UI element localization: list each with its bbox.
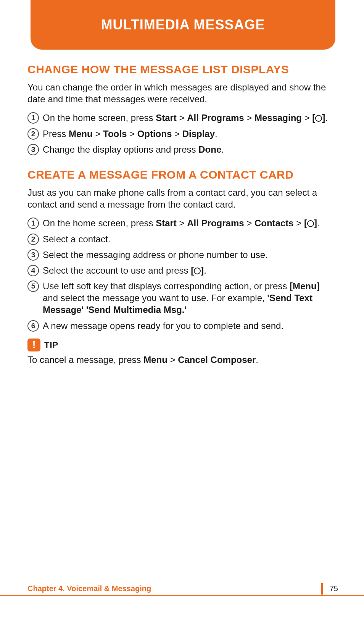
page-title: MULTIMEDIA MESSAGE (101, 17, 265, 33)
step-item: 5 Use left soft key that displays corres… (27, 280, 335, 316)
step-item: 3 Change the display options and press D… (27, 143, 335, 155)
ok-key-icon (315, 115, 322, 122)
step-item: 3 Select the messaging address or phone … (27, 249, 335, 261)
step-text: Select a contact. (43, 233, 335, 245)
step-text: Change the display options and press Don… (43, 143, 335, 155)
page-number: 75 (330, 584, 338, 593)
step-number-badge: 1 (27, 112, 39, 124)
chapter-label: Chapter 4. Voicemail & Messaging (27, 584, 151, 593)
step-text: Select the messaging address or phone nu… (43, 249, 335, 261)
tip-label: TIP (44, 340, 58, 350)
step-text: On the home screen, press Start > All Pr… (43, 217, 335, 229)
section-intro-2: Just as you can make phone calls from a … (27, 187, 335, 210)
step-text: Select the account to use and press []. (43, 264, 335, 276)
step-item: 2 Press Menu > Tools > Options > Display… (27, 128, 335, 140)
step-number-badge: 3 (27, 144, 39, 155)
step-item: 6 A new message opens ready for you to c… (27, 320, 335, 332)
ok-key-icon (307, 220, 314, 227)
section-intro-1: You can change the order in which messag… (27, 81, 335, 105)
step-number-badge: 4 (27, 265, 39, 276)
step-number-badge: 5 (27, 280, 39, 292)
step-text: A new message opens ready for you to com… (43, 320, 335, 332)
footer-rule (0, 595, 364, 596)
step-number-badge: 2 (27, 128, 39, 140)
step-item: 1 On the home screen, press Start > All … (27, 112, 335, 124)
header-tab: MULTIMEDIA MESSAGE (31, 0, 335, 50)
step-text: Press Menu > Tools > Options > Display. (43, 128, 335, 140)
step-number-badge: 3 (27, 249, 39, 261)
tip-header: ! TIP (27, 339, 335, 351)
page-footer: Chapter 4. Voicemail & Messaging 75 (0, 581, 364, 596)
step-text: On the home screen, press Start > All Pr… (43, 112, 335, 124)
step-number-badge: 1 (27, 218, 39, 229)
step-item: 1 On the home screen, press Start > All … (27, 217, 335, 229)
section-heading-2: CREATE A MESSAGE FROM A CONTACT CARD (27, 168, 335, 181)
tip-text: To cancel a message, press Menu > Cancel… (27, 354, 335, 366)
step-item: 2 Select a contact. (27, 233, 335, 245)
ok-key-icon (194, 268, 201, 274)
page-divider (321, 583, 323, 595)
tip-icon: ! (27, 339, 40, 351)
step-number-badge: 2 (27, 234, 39, 245)
step-number-badge: 6 (27, 320, 39, 332)
step-text: Use left soft key that displays correspo… (43, 280, 335, 316)
step-item: 4 Select the account to use and press []… (27, 264, 335, 276)
section-heading-1: CHANGE HOW THE MESSAGE LIST DISPLAYS (27, 63, 335, 76)
page-content: CHANGE HOW THE MESSAGE LIST DISPLAYS You… (27, 63, 335, 366)
